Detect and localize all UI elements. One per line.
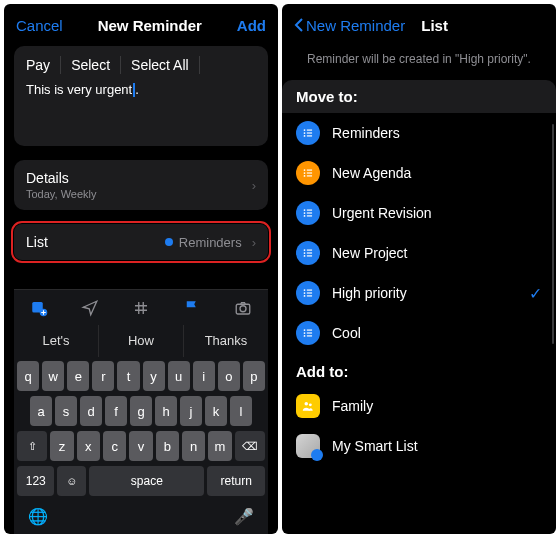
key-d[interactable]: d <box>80 396 102 426</box>
svg-rect-20 <box>307 212 312 213</box>
svg-rect-31 <box>307 290 312 291</box>
key-h[interactable]: h <box>155 396 177 426</box>
list-option[interactable]: Family <box>282 386 556 426</box>
svg-rect-33 <box>307 295 312 296</box>
calendar-add-icon[interactable] <box>29 298 49 318</box>
back-button[interactable]: New Reminder <box>294 17 405 34</box>
svg-rect-37 <box>307 330 312 331</box>
list-icon <box>296 121 320 145</box>
globe-icon[interactable]: 🌐 <box>28 507 48 526</box>
key-t[interactable]: t <box>117 361 139 391</box>
key-i[interactable]: i <box>193 361 215 391</box>
list-option-label: Reminders <box>332 125 400 141</box>
svg-rect-38 <box>307 332 312 333</box>
key-j[interactable]: j <box>180 396 202 426</box>
list-row[interactable]: List Reminders › <box>14 224 268 260</box>
key-r[interactable]: r <box>92 361 114 391</box>
svg-point-18 <box>304 215 306 217</box>
key-k[interactable]: k <box>205 396 227 426</box>
key-n[interactable]: n <box>182 431 205 461</box>
reminder-toolbar <box>14 289 268 325</box>
chevron-right-icon: › <box>252 178 256 193</box>
mic-icon[interactable]: 🎤 <box>234 507 254 526</box>
key-s[interactable]: s <box>55 396 77 426</box>
list-option-label: Family <box>332 398 373 414</box>
key-f[interactable]: f <box>105 396 127 426</box>
list-option-label: High priority <box>332 285 407 301</box>
key-z[interactable]: z <box>50 431 73 461</box>
suggestion[interactable]: How <box>99 325 184 357</box>
list-color-dot <box>165 238 173 246</box>
notes-input[interactable]: This is very urgent. <box>26 82 256 136</box>
svg-rect-32 <box>307 292 312 293</box>
list-option[interactable]: New Project <box>282 233 556 273</box>
location-icon[interactable] <box>80 298 100 318</box>
key-e[interactable]: e <box>67 361 89 391</box>
add-to-header: Add to: <box>282 353 556 386</box>
list-option-label: New Project <box>332 245 407 261</box>
tag-icon[interactable] <box>131 298 151 318</box>
list-icon <box>296 281 320 305</box>
svg-point-4 <box>304 129 306 131</box>
key-w[interactable]: w <box>42 361 64 391</box>
key-x[interactable]: x <box>77 431 100 461</box>
title-input[interactable]: Pay <box>26 57 50 73</box>
text-menu-select[interactable]: Select <box>71 57 110 73</box>
list-icon <box>296 241 320 265</box>
key-shift[interactable]: ⇧ <box>17 431 47 461</box>
key-v[interactable]: v <box>129 431 152 461</box>
add-button[interactable]: Add <box>237 17 266 34</box>
svg-rect-26 <box>307 252 312 253</box>
key-123[interactable]: 123 <box>17 466 54 496</box>
nav-bar: New Reminder List <box>282 4 556 46</box>
list-option[interactable]: High priority✓ <box>282 273 556 313</box>
key-a[interactable]: a <box>30 396 52 426</box>
key-y[interactable]: y <box>143 361 165 391</box>
suggestion[interactable]: Thanks <box>184 325 268 357</box>
svg-rect-19 <box>307 210 312 211</box>
camera-icon[interactable] <box>233 298 253 318</box>
list-option[interactable]: My Smart List <box>282 426 556 466</box>
key-space[interactable]: space <box>89 466 204 496</box>
list-option-label: Cool <box>332 325 361 341</box>
right-screenshot: New Reminder List Reminder will be creat… <box>282 4 556 534</box>
key-l[interactable]: l <box>230 396 252 426</box>
cancel-button[interactable]: Cancel <box>16 17 63 34</box>
list-option[interactable]: Reminders <box>282 113 556 153</box>
list-value: Reminders <box>179 235 242 250</box>
list-option[interactable]: Urgent Revision <box>282 193 556 233</box>
svg-point-29 <box>304 292 306 294</box>
key-p[interactable]: p <box>243 361 265 391</box>
key-o[interactable]: o <box>218 361 240 391</box>
key-backspace[interactable]: ⌫ <box>235 431 265 461</box>
key-q[interactable]: q <box>17 361 39 391</box>
svg-point-24 <box>304 255 306 257</box>
scrollbar[interactable] <box>552 124 554 344</box>
svg-point-5 <box>304 132 306 134</box>
key-emoji[interactable]: ☺ <box>57 466 86 496</box>
key-m[interactable]: m <box>208 431 231 461</box>
key-c[interactable]: c <box>103 431 126 461</box>
key-u[interactable]: u <box>168 361 190 391</box>
suggestion[interactable]: Let's <box>14 325 99 357</box>
smart-list-icon <box>296 434 320 458</box>
svg-rect-15 <box>307 175 312 176</box>
key-return[interactable]: return <box>207 466 265 496</box>
svg-rect-39 <box>307 335 312 336</box>
divider <box>120 56 121 74</box>
text-menu-select-all[interactable]: Select All <box>131 57 189 73</box>
svg-point-23 <box>304 252 306 254</box>
key-g[interactable]: g <box>130 396 152 426</box>
page-title: New Reminder <box>98 17 202 34</box>
flag-icon[interactable] <box>182 298 202 318</box>
list-option[interactable]: Cool <box>282 313 556 353</box>
keyboard: qwertyuiop asdfghjkl ⇧zxcvbnm⌫ 123 ☺ spa… <box>14 357 268 503</box>
svg-point-28 <box>304 289 306 291</box>
list-label: List <box>26 234 48 250</box>
list-option[interactable]: New Agenda <box>282 153 556 193</box>
svg-point-22 <box>304 249 306 251</box>
svg-point-6 <box>304 135 306 137</box>
list-option-label: Urgent Revision <box>332 205 432 221</box>
key-b[interactable]: b <box>156 431 179 461</box>
details-row[interactable]: Details Today, Weekly › <box>14 160 268 210</box>
